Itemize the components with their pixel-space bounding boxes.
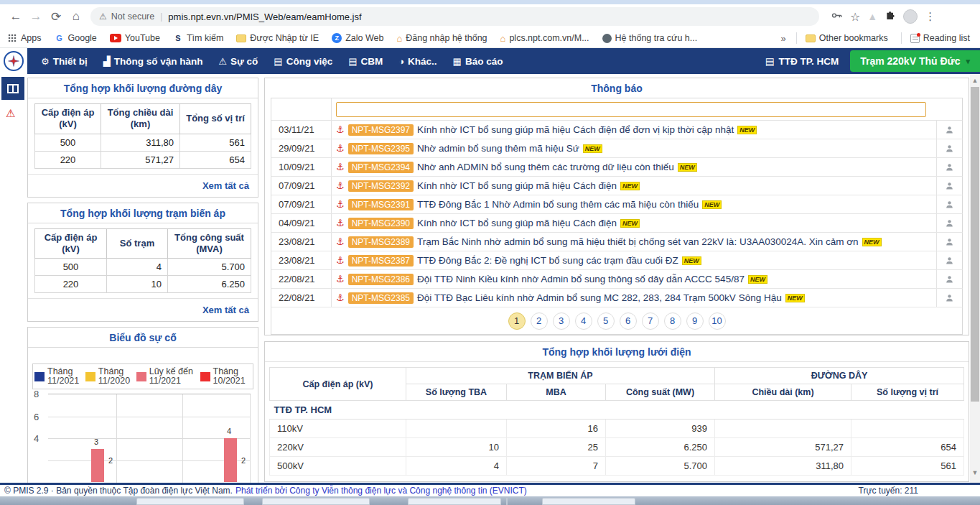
notices-search-input[interactable] bbox=[336, 102, 926, 117]
notice-id-badge[interactable]: NPT-MSG2392 bbox=[348, 180, 414, 192]
notice-row[interactable]: 03/11/21 ⚓ NPT-MSG2397 Kính nhờ ICT bổ s… bbox=[271, 121, 963, 139]
extensions-puzzle-icon[interactable] bbox=[885, 9, 896, 24]
menu-item-cbm[interactable]: ▤ CBM bbox=[340, 56, 391, 67]
bookmark-login-system[interactable]: ⌂ Đăng nhập hệ thống bbox=[396, 33, 487, 44]
notice-id-badge[interactable]: NPT-MSG2397 bbox=[348, 124, 414, 136]
menu-item-bao-cao[interactable]: ▦ Báo cáo bbox=[445, 56, 511, 67]
menu-label: Sự cố bbox=[230, 56, 258, 67]
bookmark-search[interactable]: S Tìm kiếm bbox=[173, 33, 223, 43]
taskbar-window-button[interactable] bbox=[136, 498, 244, 505]
scroll-down-arrow[interactable]: ▼ bbox=[970, 469, 980, 476]
page-button-1[interactable]: 1 bbox=[508, 312, 526, 330]
person-icon[interactable] bbox=[936, 139, 962, 157]
bookmark-ie-import[interactable]: Được Nhập từ IE bbox=[236, 33, 319, 43]
address-bar[interactable]: ⚠ Not secure | pmis.npt.evn.vn/PMIS_Web/… bbox=[90, 7, 819, 26]
person-icon[interactable] bbox=[936, 158, 962, 176]
bookmark-lookup-system[interactable]: Hệ thống tra cứu h... bbox=[602, 33, 698, 43]
page-scrollbar[interactable]: ▲ ▼ bbox=[970, 74, 980, 483]
menu-kebab-icon[interactable]: ⋮ bbox=[925, 10, 935, 23]
taskbar-window-button[interactable] bbox=[262, 498, 370, 505]
page-button-6[interactable]: 6 bbox=[620, 312, 637, 330]
notice-id-badge[interactable]: NPT-MSG2395 bbox=[348, 143, 414, 154]
page-button-2[interactable]: 2 bbox=[531, 312, 548, 330]
bookmark-star-icon[interactable]: ☆ bbox=[850, 10, 860, 24]
bookmark-google[interactable]: G Google bbox=[55, 33, 97, 43]
person-icon[interactable] bbox=[936, 121, 962, 139]
person-icon[interactable] bbox=[936, 177, 962, 195]
page-button-4[interactable]: 4 bbox=[575, 312, 592, 330]
page-button-7[interactable]: 7 bbox=[642, 312, 659, 330]
col-header: Số lượng TBA bbox=[406, 384, 507, 401]
bookmark-youtube[interactable]: YouTube bbox=[110, 33, 160, 43]
other-bookmarks[interactable]: Other bookmarks bbox=[806, 33, 888, 43]
menu-item-su-co[interactable]: ⚠ Sự cố bbox=[210, 56, 266, 67]
profile-avatar[interactable] bbox=[903, 9, 918, 24]
menu-item-thong-so-van-hanh[interactable]: ▟ Thông số vận hành bbox=[95, 56, 211, 67]
notice-id-badge[interactable]: NPT-MSG2385 bbox=[348, 292, 414, 304]
view-all-link[interactable]: Xem tất cả bbox=[202, 305, 249, 315]
notice-id-badge[interactable]: NPT-MSG2387 bbox=[348, 255, 414, 267]
notice-id-badge[interactable]: NPT-MSG2391 bbox=[348, 199, 414, 210]
page-button-9[interactable]: 9 bbox=[686, 312, 704, 330]
os-taskbar[interactable] bbox=[0, 496, 980, 505]
app-navbar: ⚙ Thiết bị ▟ Thông số vận hành ⚠ Sự cố ▤… bbox=[0, 48, 980, 74]
reading-list[interactable]: Reading list bbox=[910, 33, 970, 43]
person-icon[interactable] bbox=[936, 251, 962, 269]
layout-toggle-button[interactable] bbox=[1, 77, 24, 100]
notice-row[interactable]: 23/08/21 ⚓ NPT-MSG2387 TTĐ Đông Bắc 2: Đ… bbox=[271, 251, 963, 270]
scrollbar-thumb[interactable] bbox=[971, 87, 979, 402]
notice-id-badge[interactable]: NPT-MSG2394 bbox=[348, 162, 414, 173]
station-dropdown-button[interactable]: Trạm 220kV Thủ Đức ▾ bbox=[850, 50, 980, 72]
scroll-up-arrow[interactable]: ▲ bbox=[970, 77, 980, 84]
alert-triangle-icon[interactable]: ⚠ bbox=[6, 107, 15, 120]
security-label: Not secure bbox=[111, 11, 154, 22]
notice-row[interactable]: 29/09/21 ⚓ NPT-MSG2395 Nhờ admin bổ sung… bbox=[271, 139, 963, 158]
notice-id-badge[interactable]: NPT-MSG2390 bbox=[348, 218, 414, 229]
date-column-spacer bbox=[271, 98, 332, 120]
notice-date: 23/08/21 bbox=[271, 251, 332, 269]
notice-id-badge[interactable]: NPT-MSG2386 bbox=[348, 274, 414, 285]
person-icon[interactable] bbox=[936, 270, 962, 288]
notice-content: ⚓ NPT-MSG2391 TTĐ Đông Bắc 1 Nhờ Admin b… bbox=[332, 195, 936, 213]
apps-shortcut[interactable]: Apps bbox=[7, 33, 42, 43]
bookmark-zalo[interactable]: Z Zalo Web bbox=[332, 33, 383, 43]
grid-summary-panel: Tổng hợp khối lượng lưới điện Cấp điện á… bbox=[264, 341, 969, 482]
menu-item-khac[interactable]: ◑ Khác.. bbox=[391, 56, 444, 67]
evnict-link[interactable]: Phát triển bởi Công ty Viễn thông điện l… bbox=[235, 486, 527, 496]
menu-item-thiet-bi[interactable]: ⚙ Thiết bị bbox=[33, 56, 95, 67]
taskbar-window-button[interactable] bbox=[408, 498, 501, 505]
notice-row[interactable]: 22/08/21 ⚓ NPT-MSG2385 Đội TTĐ Bạc Liêu … bbox=[271, 289, 963, 307]
notice-row[interactable]: 10/09/21 ⚓ NPT-MSG2394 Nhờ anh ADMIN bổ … bbox=[271, 158, 963, 177]
cell: 500 bbox=[35, 134, 101, 151]
person-icon[interactable] bbox=[936, 289, 962, 307]
key-icon[interactable] bbox=[831, 9, 843, 24]
bookmarks-overflow-chevron[interactable]: » bbox=[781, 33, 786, 44]
notice-row[interactable]: 04/09/21 ⚓ NPT-MSG2390 Kính nhờ ICT bổ s… bbox=[271, 214, 963, 233]
home-button[interactable]: ⌂ bbox=[66, 9, 86, 24]
notice-row[interactable]: 23/08/21 ⚓ NPT-MSG2389 Trạm Bắc Ninh nhờ… bbox=[271, 233, 963, 251]
extension-dimmed-icon[interactable]: ▲ bbox=[867, 11, 877, 22]
view-all-link[interactable]: Xem tất cả bbox=[202, 180, 249, 191]
notice-row[interactable]: 22/08/21 ⚓ NPT-MSG2386 Đội TTĐ Ninh Kiều… bbox=[271, 270, 963, 289]
forward-button[interactable]: → bbox=[26, 9, 46, 24]
taskbar-window-button[interactable] bbox=[542, 498, 635, 505]
menu-item-cong-viec[interactable]: ▤ Công việc bbox=[266, 56, 340, 67]
bookmark-plcs[interactable]: ⌂ plcs.npt.com.vn/M... bbox=[500, 33, 589, 44]
person-icon[interactable] bbox=[936, 214, 962, 232]
page-button-5[interactable]: 5 bbox=[597, 312, 615, 330]
unit-selector[interactable]: ▤ TTĐ TP. HCM bbox=[765, 55, 839, 67]
person-icon[interactable] bbox=[936, 233, 962, 251]
evn-logo[interactable] bbox=[0, 48, 27, 74]
person-icon[interactable] bbox=[936, 195, 962, 213]
notice-row[interactable]: 07/09/21 ⚓ NPT-MSG2392 Kính nhờ ICT bổ s… bbox=[271, 177, 963, 195]
refresh-button[interactable]: ⟳ bbox=[46, 9, 66, 24]
page-button-8[interactable]: 8 bbox=[664, 312, 681, 330]
notice-text: Kính nhờ ICT bổ sung giúp mã hiệu Cách đ… bbox=[417, 180, 617, 191]
page-button-10[interactable]: 10 bbox=[709, 312, 726, 330]
notice-row[interactable]: 07/09/21 ⚓ NPT-MSG2391 TTĐ Đông Bắc 1 Nh… bbox=[271, 195, 963, 214]
back-button[interactable]: ← bbox=[6, 9, 26, 24]
notice-id-badge[interactable]: NPT-MSG2389 bbox=[348, 236, 414, 248]
page-button-3[interactable]: 3 bbox=[553, 312, 570, 330]
menu-label: Thông số vận hành bbox=[114, 56, 203, 67]
copyright-text: © PMIS 2.9 · Bản quyền thuộc Tập đoàn đi… bbox=[4, 486, 233, 496]
